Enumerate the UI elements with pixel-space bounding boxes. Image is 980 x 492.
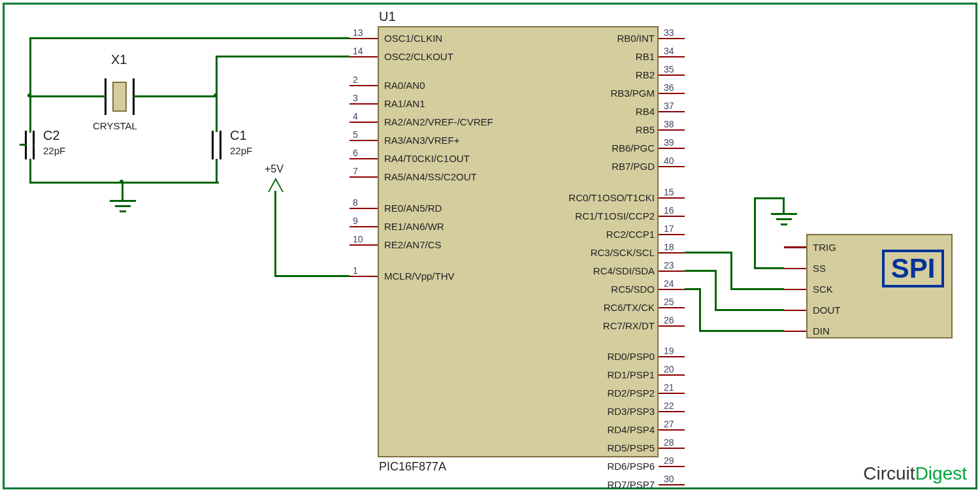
u1-right-pinnum-29: 29 bbox=[664, 455, 674, 466]
spi-pinname-din: DIN bbox=[813, 325, 830, 336]
u1-right-pinnum-18: 18 bbox=[664, 242, 674, 252]
u1-right-pin-23 bbox=[659, 271, 685, 272]
wire-c2-top bbox=[20, 144, 26, 146]
u1-right-pinname-40: RB7/PGD bbox=[612, 161, 655, 172]
u1-right-pinname-38: RB5 bbox=[636, 124, 655, 135]
u1-left-pinname-10: RE2/AN7/CS bbox=[384, 239, 442, 250]
u1-right-pinnum-37: 37 bbox=[664, 101, 674, 111]
spi-trig-stub bbox=[784, 246, 806, 248]
u1-left-pinname-8: RE0/AN5/RD bbox=[384, 203, 442, 214]
u1-left-pinname-2: RA0/AN0 bbox=[384, 80, 425, 91]
u1-right-pinnum-30: 30 bbox=[664, 474, 674, 484]
wire-sdo1 bbox=[685, 288, 700, 290]
u1-right-pin-33 bbox=[659, 38, 685, 39]
u1-left-pin-3 bbox=[350, 103, 378, 105]
u1-right-pinnum-35: 35 bbox=[664, 64, 674, 74]
u1-left-pinnum-5: 5 bbox=[353, 129, 358, 140]
u1-right-pin-16 bbox=[659, 216, 685, 217]
brand-pre: Circuit bbox=[863, 463, 915, 484]
u1-left-pin-14 bbox=[350, 56, 378, 57]
spi-pin-ss bbox=[784, 268, 806, 269]
u1-left-pinname-5: RA3/AN3/VREF+ bbox=[384, 135, 459, 146]
wire-ss-gndstem bbox=[783, 197, 785, 213]
u1-left-pin-6 bbox=[350, 158, 378, 159]
spi-pin-din bbox=[784, 331, 806, 332]
u1-right-pinnum-28: 28 bbox=[664, 437, 674, 448]
u1-right-pinname-18: RC3/SCK/SCL bbox=[591, 247, 655, 258]
u1-right-pinnum-20: 20 bbox=[664, 364, 674, 374]
u1-right-pinname-26: RC7/RX/DT bbox=[603, 320, 655, 331]
u1-right-pinnum-24: 24 bbox=[664, 278, 674, 289]
u1-left-pin-4 bbox=[350, 122, 378, 123]
u1-left-pinname-3: RA1/AN1 bbox=[384, 98, 425, 109]
c1-plate1 bbox=[212, 131, 214, 159]
wire-ss2 bbox=[754, 197, 756, 269]
u1-right-pinnum-15: 15 bbox=[664, 187, 674, 197]
wire-osc1-v bbox=[29, 37, 31, 132]
u1-right-pin-26 bbox=[659, 325, 685, 327]
u1-right-pin-29 bbox=[659, 466, 685, 467]
junction-osc2 bbox=[214, 93, 218, 97]
c2-value: 22pF bbox=[43, 145, 65, 156]
u1-left-pinname-4: RA2/AN2/VREF-/CVREF bbox=[384, 116, 493, 127]
u1-left-pinname-13: OSC1/CLKIN bbox=[384, 33, 442, 44]
u1-right-pinname-36: RB3/PGM bbox=[610, 88, 655, 99]
u1-right-pinname-15: RC0/T1OSO/T1CKI bbox=[568, 192, 655, 203]
spi-pinname-ss: SS bbox=[813, 263, 826, 274]
crystal-body bbox=[112, 82, 127, 112]
u1-left-pinnum-7: 7 bbox=[353, 166, 358, 176]
spi-badge: SPI bbox=[882, 250, 944, 287]
u1-right-pin-20 bbox=[659, 374, 685, 376]
u1-right-pinname-34: RB1 bbox=[636, 51, 655, 62]
u1-left-pinnum-10: 10 bbox=[353, 234, 363, 244]
u1-right-pinname-33: RB0/INT bbox=[617, 33, 655, 44]
u1-left-pin-7 bbox=[350, 176, 378, 178]
wire-5v-v bbox=[274, 191, 276, 276]
u1-right-pin-27 bbox=[659, 429, 685, 431]
u1-left-pinname-7: RA5/AN4/SS/C2OUT bbox=[384, 171, 477, 182]
u1-left-pin-2 bbox=[350, 85, 378, 86]
wire-osc1-h bbox=[29, 37, 350, 39]
u1-right-pin-19 bbox=[659, 356, 685, 357]
u1-left-pinnum-6: 6 bbox=[353, 148, 358, 158]
u1-right-pinnum-19: 19 bbox=[664, 346, 674, 356]
u1-right-pinname-21: RD2/PSP2 bbox=[607, 387, 655, 399]
u1-right-pinnum-34: 34 bbox=[664, 46, 674, 56]
u1-left-pinname-9: RE1/AN6/WR bbox=[384, 221, 444, 232]
u1-right-pinname-35: RB2 bbox=[636, 69, 655, 80]
u1-left-pin-10 bbox=[350, 244, 378, 246]
c1-plate2 bbox=[220, 131, 221, 159]
u1-right-pinnum-16: 16 bbox=[664, 205, 674, 216]
u1-right-pin-37 bbox=[659, 111, 685, 112]
u1-right-pin-15 bbox=[659, 197, 685, 199]
u1-right-pinnum-36: 36 bbox=[664, 82, 674, 93]
u1-right-pinname-28: RD5/PSP5 bbox=[607, 442, 655, 453]
u1-left-pinname-14: OSC2/CLKOUT bbox=[384, 51, 453, 62]
wire-sdi1 bbox=[685, 270, 716, 272]
u1-right-pinname-29: RD6/PSP6 bbox=[607, 461, 655, 472]
wire-sck3 bbox=[730, 288, 784, 290]
u1-right-pinnum-23: 23 bbox=[664, 260, 674, 271]
u1-left-pinnum-8: 8 bbox=[353, 197, 358, 208]
wire-5v-h bbox=[274, 275, 350, 277]
spi-pin-dout bbox=[784, 310, 806, 311]
wire-c1-bot bbox=[216, 159, 218, 184]
u1-right-pinnum-25: 25 bbox=[664, 297, 674, 307]
crystal-value: CRYSTAL bbox=[93, 120, 137, 131]
u1-right-pinname-16: RC1/T1OSI/CCP2 bbox=[575, 210, 655, 221]
wire-osc1-tocrystal bbox=[29, 95, 106, 97]
c1-ref: C1 bbox=[230, 128, 247, 143]
spi-pin-sck bbox=[784, 289, 806, 290]
junction-gnd bbox=[120, 180, 123, 184]
u1-right-pinnum-39: 39 bbox=[664, 137, 674, 148]
wire-sdi2 bbox=[715, 270, 717, 310]
u1-part: PIC16F877A bbox=[379, 460, 446, 474]
u1-left-pinnum-2: 2 bbox=[353, 74, 358, 85]
u1-right-pin-17 bbox=[659, 234, 685, 235]
u1-left-pinnum-1: 1 bbox=[353, 265, 358, 276]
u1-left-pinname-6: RA4/T0CKI/C1OUT bbox=[384, 153, 470, 164]
wire-c2-bot bbox=[29, 159, 31, 184]
gnd-bar1 bbox=[110, 200, 136, 202]
u1-right-pinname-22: RD3/PSP3 bbox=[607, 406, 655, 417]
c1-value: 22pF bbox=[230, 145, 252, 156]
